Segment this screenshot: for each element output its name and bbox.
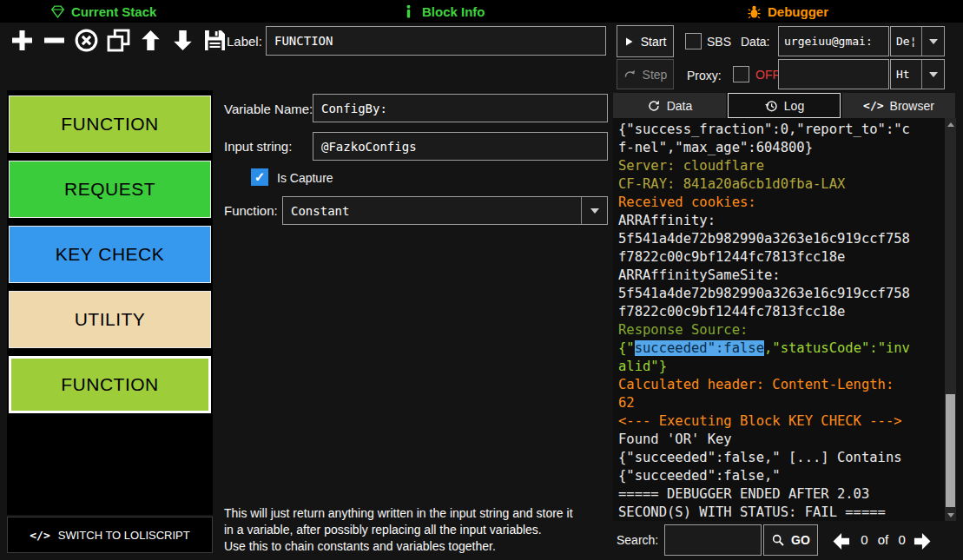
step-label: Step [643, 68, 668, 82]
is-capture-checkbox[interactable]: ✓ [251, 168, 268, 186]
scroll-up-button[interactable] [945, 118, 956, 130]
log-line: {"succeeded":false,"statusCode":"inv [618, 339, 942, 358]
log-line: 5f541a4de72b982990a3263e16c919ccf758 [618, 230, 942, 248]
stack-block-request[interactable]: REQUEST [9, 161, 211, 218]
step-icon [623, 68, 637, 81]
scroll-thumb[interactable] [946, 394, 955, 507]
variable-name-input[interactable] [313, 94, 608, 122]
sbs-checkbox[interactable] [685, 33, 702, 49]
block-description: This will just return anything written i… [224, 505, 617, 555]
move-up-button[interactable] [135, 24, 165, 56]
plus-icon [10, 28, 35, 53]
function-dropdown[interactable]: Constant [282, 196, 608, 225]
block-info-header: Block Info [401, 0, 485, 23]
tab-browser-label: Browser [890, 99, 934, 113]
log-line: <--- Executing Block KEY CHECK ---> [618, 412, 942, 431]
move-down-button[interactable] [168, 24, 197, 56]
start-label: Start [641, 35, 667, 49]
input-string-input[interactable] [313, 132, 608, 161]
log-line: Found 'OR' Key [618, 431, 942, 449]
step-button[interactable]: Step [617, 59, 674, 89]
next-match-button[interactable] [908, 528, 936, 554]
label-input[interactable] [266, 26, 606, 56]
switch-to-loliscript-button[interactable]: </> SWITCH TO LOLISCRIPT [7, 517, 213, 553]
start-button[interactable]: Start [617, 25, 674, 57]
bug-icon [747, 4, 762, 19]
log-line: ===== DEBUGGER ENDED AFTER 2.03 [618, 485, 942, 504]
clone-icon [106, 28, 131, 53]
clone-block-button[interactable] [103, 24, 133, 56]
match-counter: 0 of 0 [856, 532, 910, 547]
proxy-caption: Proxy: [687, 69, 722, 82]
variable-name-caption: Variable Name: [224, 102, 313, 116]
sbs-label: SBS [707, 35, 731, 49]
arrow-down-icon [170, 28, 195, 53]
log-line: ARRAffinitySameSite: [618, 267, 942, 285]
delete-block-button[interactable] [71, 24, 101, 56]
chevron-down-icon [921, 27, 944, 56]
data-caption: Data: [741, 35, 769, 49]
stack-toolbar [7, 24, 229, 56]
log-line: ARRAffinity: [618, 212, 942, 230]
tab-browser[interactable]: </> Browser [842, 93, 955, 118]
stack-block-function[interactable]: FUNCTION [9, 356, 211, 413]
current-stack-header: Current Stack [50, 0, 156, 23]
proxy-type-dropdown[interactable]: Ht [890, 59, 945, 89]
app-root: Current Stack Block Info Debugger [0, 0, 963, 560]
log-line: Server: cloudflare [618, 157, 942, 175]
log-line: {"succeeded":false," [618, 467, 942, 485]
proxy-type-value: Ht [891, 60, 921, 89]
code-icon: </> [30, 529, 49, 542]
data-input[interactable] [778, 26, 889, 56]
history-icon [764, 99, 778, 113]
tab-data-label: Data [667, 99, 693, 113]
function-caption: Function: [224, 203, 278, 218]
log-line: Received cookies: [618, 194, 942, 212]
log-line: f7822c00c9bf1244fc7813fcc18e [618, 303, 942, 321]
function-value: Constant [283, 197, 581, 224]
minus-icon [42, 28, 67, 53]
log-line: {"success_fraction":0,"report_to":"c [618, 121, 942, 139]
proxy-input[interactable] [778, 59, 889, 89]
proxy-checkbox[interactable] [733, 66, 749, 82]
search-icon [771, 533, 785, 547]
log-line: CF-RAY: 841a20a6cb1d0fba-LAX [618, 175, 942, 194]
arrow-left-icon [829, 530, 853, 553]
stack-block-function[interactable]: FUNCTION [9, 96, 211, 153]
info-icon [401, 4, 416, 19]
remove-block-button[interactable] [39, 24, 69, 56]
play-icon [624, 36, 635, 48]
go-button[interactable]: GO [763, 524, 818, 556]
log-line: f-nel","max_age":604800} [618, 139, 942, 157]
log-line: 5f541a4de72b982990a3263e16c919ccf758 [618, 285, 942, 303]
debugger-header: Debugger [747, 0, 828, 23]
stack-block-utility[interactable]: UTILITY [9, 291, 211, 348]
input-string-caption: Input string: [224, 139, 292, 154]
block-stack: FUNCTIONREQUESTKEY CHECKUTILITYFUNCTION [7, 90, 213, 515]
data-type-value: De¦ [891, 27, 921, 56]
save-stack-button[interactable] [200, 24, 229, 56]
code-icon: </> [863, 99, 883, 112]
stack-block-key-check[interactable]: KEY CHECK [9, 226, 211, 283]
data-type-dropdown[interactable]: De¦ [890, 26, 945, 56]
tab-data[interactable]: Data [613, 93, 726, 118]
log-line: alid"} [618, 358, 942, 376]
proxy-status: OFF [755, 68, 780, 82]
block-info-title: Block Info [422, 4, 485, 19]
circle-x-icon [74, 28, 99, 53]
log-output: {"success_fraction":0,"report_to":"cf-ne… [618, 121, 942, 521]
is-capture-label: Is Capture [277, 171, 333, 185]
search-input[interactable] [664, 524, 762, 556]
arrow-right-icon [911, 530, 934, 553]
log-line: 62 [618, 394, 942, 412]
log-line: f7822c00c9bf1244fc7813fcc18e [618, 248, 942, 267]
save-icon [202, 28, 228, 53]
log-scrollbar[interactable] [945, 118, 956, 521]
add-block-button[interactable] [7, 24, 36, 56]
tab-log[interactable]: Log [728, 93, 841, 118]
refresh-icon [647, 99, 661, 113]
arrow-up-icon [138, 28, 163, 53]
prev-match-button[interactable] [827, 528, 854, 554]
scroll-down-button[interactable] [945, 509, 956, 521]
triangle-up-icon [947, 122, 954, 127]
